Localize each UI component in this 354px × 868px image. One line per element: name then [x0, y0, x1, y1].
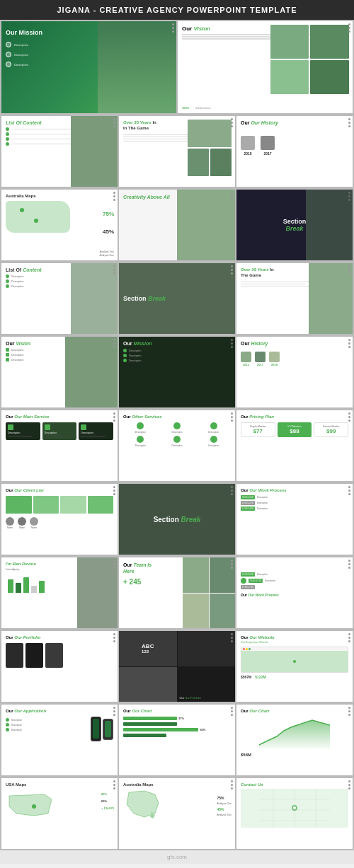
app-phones	[91, 717, 113, 741]
slide-portfolio-dark[interactable]: ABC 123 Our Our Portfolio	[119, 631, 235, 702]
ch1-bar-1: 37%	[123, 717, 231, 720]
row-5: Our Vision Description Description Descr…	[0, 335, 354, 409]
slide-work-process-v2[interactable]: 14:00-16:00 Description 16:00-17:00 Desc…	[236, 557, 353, 628]
mission-icon-2	[6, 52, 11, 57]
lo-dot-1	[6, 274, 9, 278]
os-desc-1: Description	[123, 431, 158, 434]
chart1-green: Our Chart	[132, 709, 152, 713]
vision-line2	[182, 36, 282, 37]
slide-portfolio[interactable]: Our Our Portfolio	[1, 631, 118, 702]
aus-map	[6, 201, 70, 233]
dots-10	[231, 265, 233, 274]
row-6: Our Our Main Service Description Descrip…	[0, 409, 354, 482]
ch1-bar-3: 63%	[123, 728, 231, 731]
page-header: JIGANA - CREATIVE AGENCY POWERPOINT TEMP…	[0, 0, 354, 20]
portfolio-dark-grid: ABC 123 Our Our Portfolio	[119, 631, 235, 702]
aus-analysis1: Analysis One	[99, 254, 114, 257]
slide-work-process[interactable]: Our Our Work Process 08:00-10:00 Descrip…	[236, 484, 353, 555]
svc-icon-1	[8, 424, 13, 430]
hv2-img-2	[255, 352, 266, 362]
yd2	[123, 137, 188, 138]
pt-2: 10:00-12:00	[241, 501, 255, 505]
slide-creativity[interactable]: Creativity Above All	[119, 190, 235, 260]
sb3-content: Section Break	[119, 484, 235, 555]
hist-img-2	[261, 136, 275, 150]
slide-35-years[interactable]: Over 35 Years InIn The Game	[119, 116, 235, 187]
dots-30	[348, 707, 350, 716]
main-service-green: Our Main Service	[14, 415, 49, 419]
slide-30-inner: Our Our Chart $56M	[236, 705, 353, 775]
slide-our-vision-top[interactable]: Our Vision 100% Satisfied Clients	[178, 21, 353, 113]
slide-australia-maps[interactable]: Australia Maps 75% 45% Analysis One Anal…	[1, 190, 118, 260]
slide-contact[interactable]: Contact Us	[236, 778, 353, 849]
pf-3	[45, 643, 63, 668]
os-desc-6: Description	[196, 444, 231, 447]
slide-application[interactable]: Our Our Application Description Descript…	[1, 705, 118, 775]
hist-2017: 2017	[261, 136, 275, 156]
team-green: Team IsHere	[123, 562, 152, 574]
aus-v2-title: Australia Maps	[123, 782, 231, 787]
slide-section-break-1[interactable]: Section Break	[236, 190, 353, 260]
slide-35-years-v2[interactable]: Over 35 Years InThe Game	[236, 263, 353, 334]
list-dot-2	[6, 132, 9, 136]
os-desc-2: Description	[160, 431, 195, 434]
aus-title-text: Australia Maps	[6, 194, 36, 198]
vision-stat-label: Satisfied Clients	[195, 107, 211, 110]
aus-v2-label1: Analysis One	[217, 802, 232, 805]
yp2-grid	[188, 149, 232, 176]
pd-2	[119, 667, 177, 702]
hv2-2015: 2015	[241, 352, 251, 366]
yp3	[210, 149, 232, 176]
slide-10-inner: Section Break	[119, 263, 235, 334]
os-icon-6	[210, 436, 217, 443]
ws-1: $567M	[241, 675, 251, 679]
section-photo-1	[306, 190, 353, 260]
bb-yellow	[246, 648, 248, 650]
v2-icon-2	[6, 353, 9, 357]
slide-main-service[interactable]: Our Our Main Service Description Descrip…	[1, 410, 118, 481]
slide-section-break-3[interactable]: Section Break	[119, 484, 235, 555]
sb2-section: Section	[123, 295, 148, 302]
vision-title-text: Our Vision	[182, 25, 210, 32]
slide-section-break-2[interactable]: Section Break	[119, 263, 235, 334]
y2d3	[241, 286, 316, 287]
slide-our-mission-dark[interactable]: Our Mission Description Description Desc…	[119, 337, 235, 407]
row-7: Our Our Client List Name Name	[0, 482, 354, 556]
pr-3: 12:00-14:00 Description	[241, 507, 348, 511]
slide-pricing[interactable]: Our Pricing Plan Regular Member $77 V.I.…	[236, 410, 353, 481]
slide-29-inner: Our Our Chart 37% 63%	[119, 705, 235, 775]
slide-client-list[interactable]: Our Our Client List Name Name	[1, 484, 118, 555]
slide-australia-maps-v2[interactable]: Australia Maps 75% Analysis One 45% Anal…	[119, 778, 235, 849]
ben-name: I'm Ben Devine	[6, 562, 36, 566]
slide-usa-maps[interactable]: USA Maps 80% 60% + 134,876	[1, 778, 118, 849]
contact-map	[241, 789, 348, 828]
usa-stats: 80% 60% + 134,876	[101, 792, 114, 810]
creativity-text: Creativity Above All	[123, 195, 170, 199]
slide-our-team[interactable]: Our Team IsHere + 245	[119, 557, 235, 628]
slide-chart-1[interactable]: Our Our Chart 37% 63%	[119, 705, 235, 775]
slide-our-mission[interactable]: Our Mission Description Description Desc…	[1, 21, 176, 113]
slide-list-content[interactable]: List Of Content	[1, 116, 118, 187]
map-dot-2	[34, 219, 38, 223]
slide-other-services[interactable]: Our Other Services Description Descripti…	[119, 410, 235, 481]
mission-photo-overlay	[98, 21, 176, 113]
af-dot-2	[6, 723, 9, 727]
usa-60: 60%	[101, 799, 107, 803]
slide-ben-devine[interactable]: I'm Ben Devine Future Agency	[1, 557, 118, 628]
vision-green: Vision	[193, 25, 210, 32]
dots-13	[231, 339, 233, 348]
dots-5	[348, 118, 350, 127]
chart2-value: $56M	[241, 753, 348, 757]
slide-chart-2[interactable]: Our Our Chart $56M	[236, 705, 353, 775]
vision-stat: 100%	[182, 106, 189, 110]
slide-history-v2[interactable]: Our History 2015 2017 2018	[236, 337, 353, 407]
list-photo	[71, 116, 118, 187]
pd-label: ABC 123	[142, 643, 154, 654]
slide-website[interactable]: Our Our Website Our Responsive Website $…	[236, 631, 353, 702]
pd-big: ABC 123	[119, 631, 177, 666]
slide-list-of[interactable]: List Of Content Description Description …	[1, 263, 118, 334]
slide-our-history-top[interactable]: Our Our History 2015 2017	[236, 116, 353, 187]
v2-desc-3: Description	[11, 359, 24, 361]
slide-our-vision-v2[interactable]: Our Vision Description Description Descr…	[1, 337, 118, 407]
vision-photo-3	[270, 60, 309, 94]
